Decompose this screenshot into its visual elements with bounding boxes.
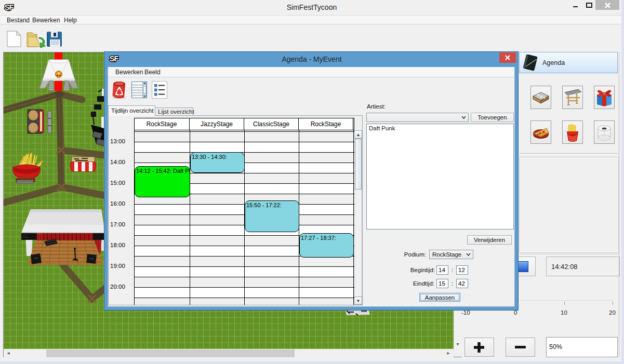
svg-text:SF: SF: [110, 55, 119, 63]
svg-text:SF: SF: [5, 3, 14, 11]
